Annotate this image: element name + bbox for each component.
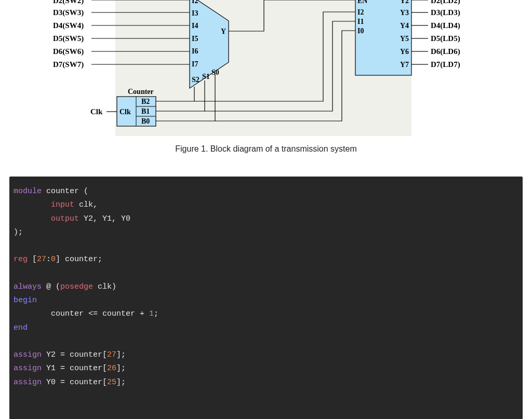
tok-a0: Y0 = counter[ (42, 378, 107, 387)
verilog-code-block: module counter ( input clk, output Y2, Y… (9, 177, 523, 419)
tok-po: ( (79, 187, 88, 196)
mux-pin-i7: I7 (192, 60, 198, 68)
mux-pin-i5: I5 (192, 35, 198, 43)
figure-caption: Figure 1. Block diagram of a transmissio… (0, 144, 532, 154)
tok-assign0: assign (14, 378, 42, 387)
tok-assign1: assign (14, 364, 42, 373)
mux-pin-s1: S1 (202, 73, 210, 80)
tok-semi: ; (154, 309, 158, 318)
tok-output: output (51, 214, 79, 223)
demux-pin-y4: Y4 (400, 22, 409, 30)
tok-outs: Y2, Y1, Y0 (79, 214, 130, 223)
mux-pin-i3: I3 (192, 9, 198, 17)
block-diagram-svg: D2(SW2) D3(SW3) D4(SW4) D5(SW5) D6(SW6) … (0, 0, 532, 140)
tok-bc: ] counter; (56, 255, 102, 264)
tok-n27: 27 (107, 350, 116, 359)
block-diagram-figure: D2(SW2) D3(SW3) D4(SW4) D5(SW5) D6(SW6) … (0, 0, 532, 156)
tok-begin: begin (14, 296, 37, 305)
counter-pin-b2: B2 (141, 98, 150, 105)
label-d7-left: D7(SW7) (53, 60, 84, 69)
mux-pin-i4: I4 (192, 22, 198, 30)
tok-n25: 25 (107, 378, 116, 387)
tok-a1: Y1 = counter[ (42, 364, 107, 373)
label-d2-left: D2(SW2) (53, 0, 84, 5)
demux-pin-i2: I2 (357, 8, 364, 16)
tok-1: 1 (149, 309, 154, 318)
counter-pin-clk: Clk (119, 108, 131, 116)
label-d4-left: D4(SW4) (53, 21, 84, 30)
counter-pin-b0: B0 (141, 117, 150, 125)
label-d2-right: D2(LD2) (431, 0, 460, 5)
mux-pin-i6: I6 (192, 47, 198, 55)
counter-pin-b1: B1 (141, 107, 150, 115)
label-d3-right: D3(LD3) (431, 8, 460, 17)
tok-n26: 26 (107, 364, 116, 373)
label-d7-right: D7(LD7) (431, 60, 460, 69)
tok-ac1: ]; (116, 364, 126, 373)
counter-title: Counter (128, 88, 154, 96)
tok-incr: counter <= counter + (14, 309, 149, 318)
label-d6-right: D6(LD6) (431, 47, 460, 56)
tok-module: module (14, 187, 42, 196)
tok-0: 0 (51, 255, 56, 264)
demux-pin-y7: Y7 (400, 61, 409, 69)
tok-col: : (46, 255, 51, 264)
demux-pin-i0: I0 (357, 27, 364, 35)
demux-pin-y3: Y3 (400, 9, 409, 17)
tok-assign2: assign (14, 350, 42, 359)
demux-pin-y2: Y2 (400, 0, 409, 5)
mux-pin-i2: I2 (192, 0, 198, 5)
demux-pin-y6: Y6 (400, 48, 409, 56)
label-d5-left: D5(SW5) (53, 34, 84, 43)
tok-27: 27 (37, 255, 46, 264)
tok-ac0: ]; (116, 378, 126, 387)
tok-clk: clk, (74, 200, 98, 209)
label-d4-right: D4(LD4) (431, 21, 460, 30)
tok-reg: reg (14, 255, 28, 264)
tok-at: @ ( (42, 282, 60, 291)
demux-pin-y5: Y5 (400, 35, 409, 43)
mux-pin-y: Y (221, 28, 226, 35)
tok-always: always (14, 282, 42, 291)
label-d6-left: D6(SW6) (53, 47, 84, 56)
tok-end: end (14, 323, 28, 332)
label-d5-right: D5(LD5) (431, 34, 460, 43)
tok-bo: [ (28, 255, 37, 264)
mux-pin-s2: S2 (192, 76, 200, 84)
tok-input: input (51, 200, 74, 209)
tok-posedge: posedge (60, 282, 93, 291)
tok-counter: counter (46, 187, 79, 196)
tok-ac2: ]; (116, 350, 126, 359)
label-d3-left: D3(SW3) (53, 8, 84, 17)
demux-pin-en: EN (357, 0, 367, 5)
tok-clkc: clk) (93, 282, 116, 291)
tok-space (42, 187, 46, 196)
tok-pc: ); (14, 228, 23, 237)
tok-a2: Y2 = counter[ (42, 350, 107, 359)
label-clk-left: Clk (90, 107, 103, 116)
demux-pin-i1: I1 (357, 18, 364, 25)
